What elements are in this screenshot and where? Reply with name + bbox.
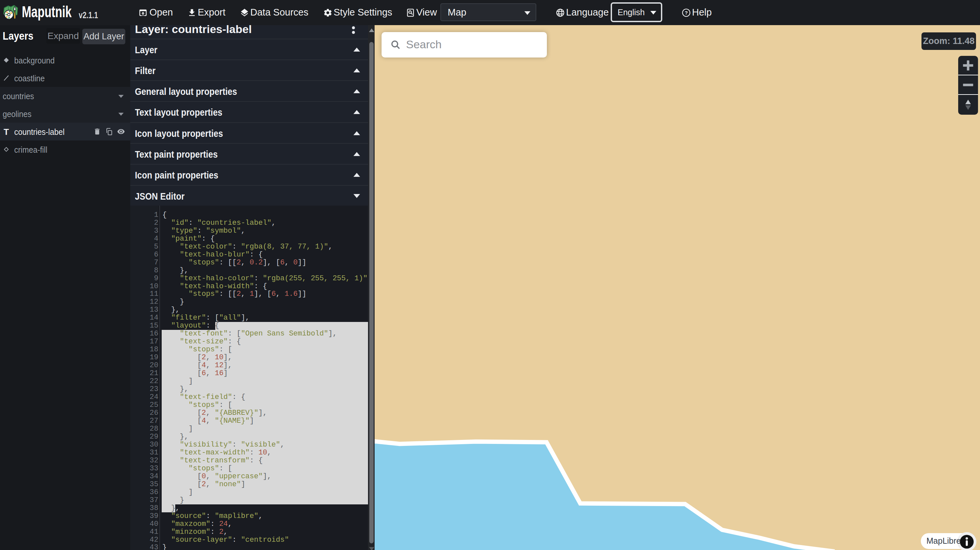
svg-text:?: ? (685, 10, 688, 16)
